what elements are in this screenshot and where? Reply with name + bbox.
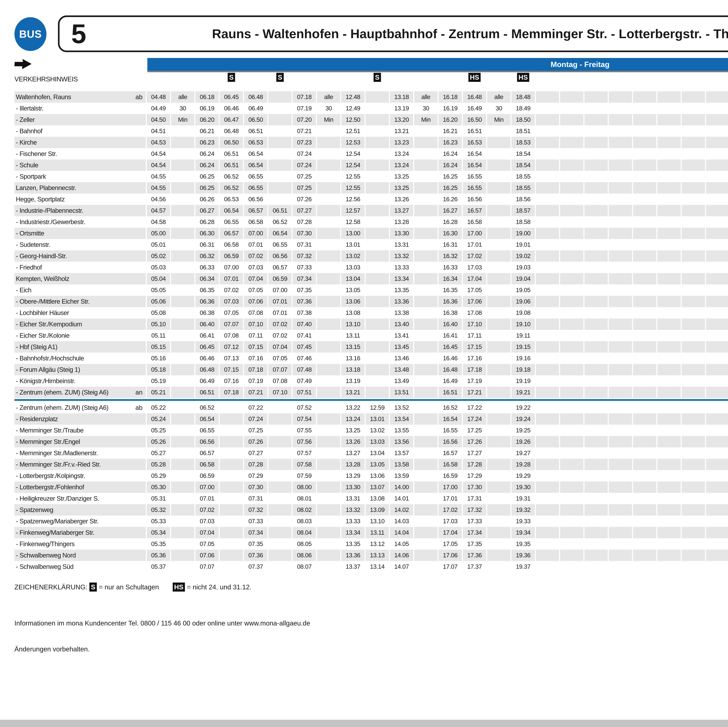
time-cell: 17.11: [463, 330, 486, 341]
time-cell: [706, 273, 728, 285]
time-cell: 07.04: [196, 527, 219, 538]
time-cell: 07.03: [244, 262, 267, 273]
time-cell: 05.24: [147, 413, 170, 425]
station-cell: - Memminger Str./Fr.v.-Ried Str.: [14, 459, 146, 470]
time-cell: 18.55: [511, 171, 535, 182]
time-cell: [536, 307, 559, 318]
time-cell: 17.27: [463, 447, 486, 459]
time-cell: [220, 425, 243, 436]
station-name: - Zentrum (ehem. ZUM) (Steig A6): [14, 389, 126, 396]
time-cell: 05.27: [147, 447, 170, 459]
time-cell: [414, 318, 437, 330]
time-cell: 07.02: [220, 285, 243, 296]
time-cell: 13.21: [390, 126, 413, 137]
time-cell: 05.18: [147, 364, 170, 375]
route-title: Rauns - Waltenhofen - Hauptbahnhof - Zen…: [86, 26, 728, 41]
time-cell: [317, 516, 340, 527]
time-cell: [536, 481, 559, 493]
time-cell: [171, 493, 194, 504]
station-cell: - Zentrum (ehem. ZUM) (Steig A6)an: [14, 387, 146, 398]
time-cell: [487, 194, 511, 205]
station-name: - Zeller: [14, 116, 126, 123]
time-cell: 12.56: [341, 194, 365, 205]
legend-label: ZEICHENERKLÄRUNG:: [14, 583, 87, 591]
station-name: - Schwalbenweg Nord: [14, 552, 126, 559]
time-cell: [560, 447, 583, 459]
time-cell: [609, 527, 632, 538]
time-cell: 07.52: [293, 402, 316, 413]
time-cell: [633, 413, 656, 425]
time-cell: 12.53: [341, 137, 365, 148]
time-cell: [658, 239, 681, 250]
time-cell: 17.36: [463, 549, 486, 561]
time-cell: 16.27: [439, 205, 462, 216]
time-cell: 16.32: [439, 250, 462, 262]
table-row: - Ortsmitte05.0006.3006.5707.0006.5407.3…: [14, 228, 728, 239]
time-cell: [220, 436, 243, 447]
time-cell: 06.25: [196, 182, 219, 194]
time-cell: [609, 516, 632, 527]
time-cell: [584, 516, 608, 527]
time-cell: [658, 103, 681, 114]
time-cell: 06.48: [244, 91, 267, 103]
time-cell: [633, 103, 656, 114]
time-cell: [487, 516, 511, 527]
time-cell: [536, 318, 559, 330]
time-cell: [584, 216, 608, 228]
station-cell: - Sudetenstr.: [14, 239, 146, 250]
time-cell: [682, 516, 705, 527]
time-cell: [536, 493, 559, 504]
time-cell: [317, 182, 340, 194]
time-cell: 06.45: [196, 341, 219, 353]
time-cell: 19.36: [511, 549, 535, 561]
time-cell: [682, 447, 705, 459]
time-cell: [366, 159, 389, 171]
time-cell: 06.28: [196, 216, 219, 228]
station-cell: - Memminger Str./Engel: [14, 436, 146, 447]
legend-text: = nur an Schultagen: [99, 583, 159, 591]
station-name: Lanzen, Plabennecstr.: [14, 184, 126, 191]
time-cell: [609, 148, 632, 159]
time-cell: [317, 239, 340, 250]
time-cell: [560, 216, 583, 228]
time-cell: [220, 459, 243, 470]
time-cell: 13.35: [390, 285, 413, 296]
time-cell: [682, 413, 705, 425]
time-cell: [536, 159, 559, 171]
time-cell: [414, 239, 437, 250]
time-cell: 14.05: [390, 538, 413, 549]
station-cell: - Memminger Str./Traube: [14, 425, 146, 436]
table-row: - Bahnhof04.5106.2106.4806.5107.2112.511…: [14, 126, 728, 137]
time-cell: [487, 330, 511, 341]
time-cell: [658, 296, 681, 307]
time-cell: 06.58: [220, 239, 243, 250]
time-cell: [560, 561, 583, 572]
time-cell: [706, 182, 728, 194]
time-cell: 06.57: [196, 447, 219, 459]
time-cell: 06.38: [196, 307, 219, 318]
time-cell: 07.26: [244, 436, 267, 447]
time-cell: [706, 493, 728, 504]
time-cell: [536, 171, 559, 182]
time-cell: [536, 114, 559, 126]
time-cell: 06.55: [220, 216, 243, 228]
time-cell: 13.11: [341, 330, 365, 341]
station-cell: - Sportpark: [14, 171, 146, 182]
time-cell: 04.54: [147, 159, 170, 171]
time-cell: [706, 353, 728, 364]
time-cell: 06.24: [196, 148, 219, 159]
time-cell: 13.59: [390, 470, 413, 481]
time-cell: [658, 307, 681, 318]
time-cell: [658, 216, 681, 228]
time-cell: 19.27: [511, 447, 535, 459]
time-cell: [560, 148, 583, 159]
time-cell: 06.54: [196, 413, 219, 425]
table-row: - Memminger Str./Fr.v.-Ried Str.05.2806.…: [14, 459, 728, 470]
info-line: Informationen im mona Kundencenter Tel. …: [14, 619, 310, 627]
time-cell: [658, 538, 681, 549]
time-cell: [609, 250, 632, 262]
time-cell: 13.14: [366, 561, 389, 572]
time-cell: 18.51: [511, 126, 535, 137]
time-cell: [682, 561, 705, 572]
time-cell: 06.30: [196, 228, 219, 239]
